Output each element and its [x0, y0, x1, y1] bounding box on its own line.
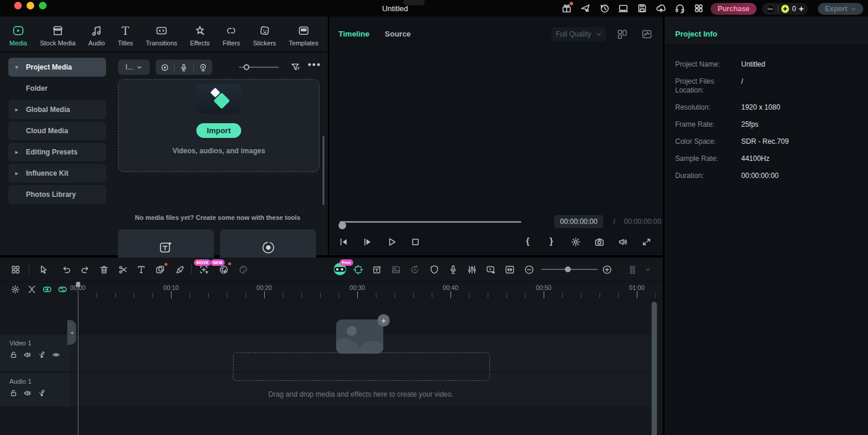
current-timecode[interactable]: 00:00:00:00: [554, 215, 603, 228]
tab-media[interactable]: Media: [9, 19, 27, 51]
import-button[interactable]: Import: [196, 123, 241, 138]
zoom-out-icon[interactable]: [524, 265, 534, 275]
chevron-down-icon[interactable]: [645, 267, 655, 277]
add-text-icon[interactable]: [136, 265, 146, 275]
snapshot-camera-icon[interactable]: [594, 237, 604, 247]
voice-enhance-icon[interactable]: [38, 351, 46, 359]
next-frame-button[interactable]: [363, 237, 373, 247]
gift-icon[interactable]: [561, 3, 572, 14]
tab-filters[interactable]: Filters: [222, 19, 240, 51]
undo-icon[interactable]: [61, 265, 71, 275]
tab-timeline-preview[interactable]: Timeline: [338, 29, 370, 38]
timeline-scrollbar[interactable]: [652, 302, 657, 435]
shield-icon[interactable]: [429, 265, 439, 275]
magnetic-timeline-icon[interactable]: [58, 285, 67, 294]
playhead[interactable]: [78, 282, 78, 435]
smart-crop-icon[interactable]: [353, 265, 363, 275]
history-icon[interactable]: [599, 3, 610, 14]
record-webcam-icon[interactable]: [199, 63, 208, 72]
media-browser-icon[interactable]: [11, 265, 21, 275]
tab-templates[interactable]: Templates: [289, 19, 318, 51]
export-button[interactable]: Export: [818, 3, 863, 15]
mute-track-icon[interactable]: [24, 351, 32, 359]
previous-frame-button[interactable]: [338, 237, 348, 247]
sort-dropdown[interactable]: I...: [118, 60, 150, 75]
voice-enhance-icon[interactable]: [38, 389, 46, 397]
support-headset-icon[interactable]: [675, 3, 685, 14]
slider-knob[interactable]: [244, 64, 249, 70]
record-voice-icon[interactable]: [448, 265, 458, 275]
playback-quality-dropdown[interactable]: Full Quality: [551, 27, 606, 41]
tab-source-preview[interactable]: Source: [385, 29, 411, 38]
sidebar-item-influence-kit[interactable]: ▸ Influence Kit: [8, 164, 106, 183]
playhead-handle[interactable]: [76, 282, 80, 287]
more-options-button[interactable]: •••: [308, 60, 321, 70]
link-clips-icon[interactable]: [42, 285, 52, 294]
tab-titles[interactable]: T Titles: [118, 19, 133, 51]
sidebar-item-project-media[interactable]: ▾ Project Media: [8, 58, 106, 77]
select-tool-icon[interactable]: [39, 265, 49, 275]
mask-blend-icon[interactable]: [155, 265, 165, 275]
sidebar-item-folder[interactable]: Folder: [8, 79, 106, 98]
record-voiceover-icon[interactable]: [179, 63, 188, 72]
video-scope-icon[interactable]: [642, 29, 652, 39]
credits-pill[interactable]: Max ✦ 0 +: [762, 3, 808, 15]
tab-stock-media[interactable]: Stock Media: [40, 19, 76, 51]
add-credits-button[interactable]: +: [799, 4, 804, 14]
seek-knob[interactable]: [338, 222, 346, 229]
sidebar-item-photos-library[interactable]: Photos Library: [8, 185, 106, 204]
lock-track-icon[interactable]: [9, 351, 18, 359]
lock-track-icon[interactable]: [9, 389, 18, 397]
reverse-play-icon[interactable]: [410, 265, 420, 275]
image-tool-icon[interactable]: [391, 265, 401, 275]
sidebar-item-global-media[interactable]: ▸ Global Media: [8, 100, 106, 119]
purchase-button[interactable]: Purchase: [711, 3, 757, 15]
zoom-in-icon[interactable]: [602, 265, 612, 275]
display-icon[interactable]: [618, 3, 629, 14]
tab-effects[interactable]: Effects: [190, 19, 209, 51]
fullscreen-icon[interactable]: [642, 237, 652, 247]
layout-grid-icon[interactable]: [617, 29, 627, 39]
timeline-zoom-knob[interactable]: [565, 266, 571, 272]
keyframe-pen-icon[interactable]: [175, 265, 185, 275]
volume-icon[interactable]: [618, 237, 628, 247]
tab-stickers[interactable]: Stickers: [253, 19, 276, 51]
track-height-icon[interactable]: [629, 265, 639, 275]
thumbnail-size-slider[interactable]: [239, 67, 279, 68]
ai-color-palette-icon[interactable]: [238, 265, 248, 275]
audio-mixer-icon[interactable]: [467, 265, 477, 275]
save-icon[interactable]: [637, 3, 647, 14]
timeline-dropzone[interactable]: [233, 352, 490, 381]
apps-grid-icon[interactable]: [693, 3, 704, 14]
ai-audio-icon[interactable]: NEW: [219, 265, 229, 275]
split-scissors-icon[interactable]: [118, 265, 128, 275]
hide-track-icon[interactable]: [52, 351, 60, 359]
mute-track-icon[interactable]: [24, 389, 32, 397]
record-screen-icon[interactable]: [160, 63, 169, 72]
import-dropzone[interactable]: Import Videos, audios, and images: [118, 79, 320, 172]
cloud-upload-icon[interactable]: [656, 3, 666, 14]
ai-copilot-icon[interactable]: Free: [334, 263, 346, 275]
seek-bar[interactable]: [340, 221, 521, 223]
unlink-clips-icon[interactable]: [27, 285, 37, 294]
delete-icon[interactable]: [99, 265, 109, 275]
text-to-video-tool-icon[interactable]: [372, 265, 382, 275]
track-header-collapse-handle[interactable]: ◂: [67, 320, 76, 345]
tab-transitions[interactable]: Transitions: [146, 19, 177, 51]
share-icon[interactable]: [580, 3, 591, 14]
timeline-zoom-slider[interactable]: [541, 269, 598, 270]
motion-tracking-icon[interactable]: MOVE: [199, 265, 209, 275]
auto-ripple-icon[interactable]: [505, 265, 515, 275]
filter-funnel-icon[interactable]: [290, 62, 301, 72]
play-button[interactable]: [387, 237, 397, 247]
media-scrollbar[interactable]: [323, 136, 324, 205]
mark-out-button[interactable]: }: [550, 236, 553, 246]
sidebar-item-editing-presets[interactable]: ▸ Editing Presets: [8, 143, 106, 162]
timeline-ruler[interactable]: 00:00 00:10 00:20 00:30 00:40 00:50 01:0…: [0, 281, 663, 299]
screen-record-preview-icon[interactable]: [486, 265, 496, 275]
sidebar-item-cloud-media[interactable]: Cloud Media: [8, 121, 106, 140]
timeline-settings-icon[interactable]: [11, 285, 20, 294]
tab-audio[interactable]: Audio: [88, 19, 105, 51]
redo-icon[interactable]: [80, 265, 90, 275]
stop-button[interactable]: [410, 237, 420, 247]
